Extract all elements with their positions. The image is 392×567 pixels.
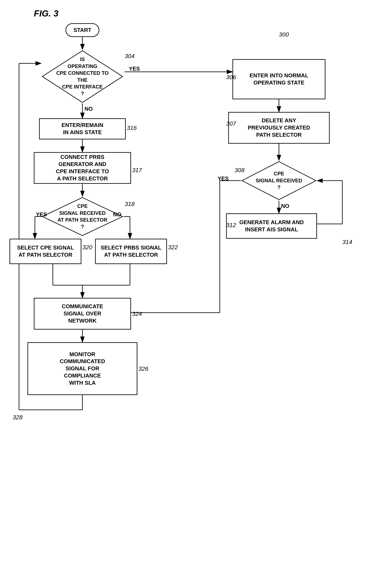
yes-label-304: YES <box>129 66 140 72</box>
ref-304: 304 <box>125 53 135 60</box>
ref-314: 314 <box>342 239 352 246</box>
diagram-container: FIG. 3 300 <box>0 0 392 567</box>
yes-label-308: YES <box>218 175 229 182</box>
ref-328: 328 <box>13 414 23 421</box>
no-label-304: NO <box>84 106 93 112</box>
node-324: COMMUNICATE SIGNAL OVER NETWORK <box>34 298 131 330</box>
ref-317: 317 <box>132 167 142 174</box>
node-306: ENTER INTO NORMAL OPERATING STATE <box>232 59 325 99</box>
ref-320: 320 <box>83 244 92 251</box>
node-322: SELECT PRBS SIGNAL AT PATH SELECTOR <box>95 239 167 264</box>
ref-322: 322 <box>168 244 178 251</box>
node-304: ISOPERATINGCPE CONNECTED TO THECPE INTER… <box>41 50 124 104</box>
ref-312: 312 <box>226 222 236 229</box>
no-label-308: NO <box>281 203 289 209</box>
node-307: DELETE ANY PREVIOUSLY CREATED PATH SELEC… <box>228 112 330 144</box>
ref-316: 316 <box>127 125 137 131</box>
ref-308: 308 <box>235 167 244 174</box>
node-312: GENERATE ALARM AND INSERT AIS SIGNAL <box>226 213 317 239</box>
node-316: ENTER/REMAIN IN AINS STATE <box>39 118 126 139</box>
start-node: START <box>66 23 99 37</box>
ref-307: 307 <box>226 120 236 127</box>
ref-306: 306 <box>226 74 236 81</box>
ref-326: 326 <box>139 365 148 372</box>
node-317: CONNECT PRBS GENERATOR AND CPE INTERFACE… <box>34 152 131 184</box>
node-308: CPESIGNAL RECEIVED? <box>241 161 317 201</box>
ref-318: 318 <box>125 201 135 207</box>
node-326: MONITOR COMMUNICATED SIGNAL FOR COMPLIAN… <box>28 342 137 395</box>
node-318: CPESIGNAL RECEIVEDAT PATH SELECTOR? <box>41 196 124 237</box>
ref-324: 324 <box>132 311 142 317</box>
node-320: SELECT CPE SIGNAL AT PATH SELECTOR <box>10 239 81 264</box>
